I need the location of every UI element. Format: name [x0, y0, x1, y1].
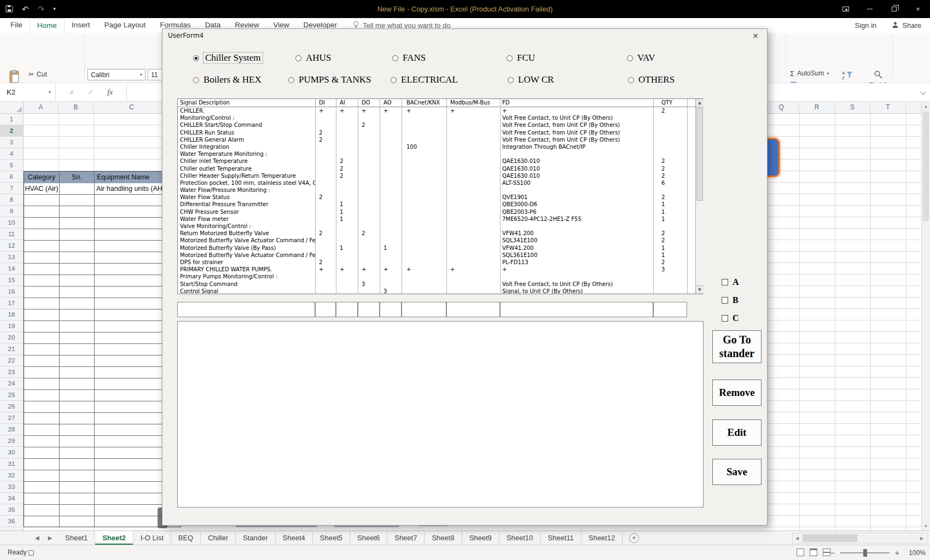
ribbon-tab-home[interactable]: Home: [30, 18, 65, 33]
row-header-28[interactable]: 28: [0, 424, 23, 435]
font-name-combo[interactable]: Calibri ▾: [88, 69, 146, 80]
sheet-tab-sheet10[interactable]: Sheet10: [499, 531, 540, 545]
row-header-33[interactable]: 33: [0, 481, 23, 493]
signal-table-row[interactable]: Control Signal3Signal, to Unit CP (By Ot…: [178, 288, 703, 294]
row-header-14[interactable]: 14: [0, 263, 23, 275]
sheet-tab-sheet11[interactable]: Sheet11: [540, 531, 581, 545]
sheet-tab-sheet1[interactable]: Sheet1: [58, 531, 95, 545]
signal-table-row[interactable]: Chiller inlet Temperature2QAE1630.0102: [178, 158, 703, 165]
row-header-4[interactable]: 4: [0, 148, 23, 160]
name-box[interactable]: K2 ▾: [0, 83, 56, 101]
horizontal-scrollbar[interactable]: ◀ ▶: [792, 533, 928, 544]
row-header-36[interactable]: 36: [0, 516, 23, 527]
checkbox-c[interactable]: C: [722, 314, 739, 323]
entry-box-2[interactable]: [336, 302, 358, 317]
restore-icon[interactable]: [882, 0, 906, 18]
customize-qat-icon[interactable]: ▾: [53, 7, 56, 11]
select-all-corner[interactable]: [0, 102, 24, 113]
row-header-11[interactable]: 11: [0, 229, 23, 240]
signal-table-row[interactable]: PRIMARY CHILLED WATER PUMPS.+++++++3: [178, 266, 703, 273]
undo-icon[interactable]: ↶: [22, 5, 29, 13]
enter-formula-icon[interactable]: ✓: [88, 88, 94, 96]
row-header-20[interactable]: 20: [0, 332, 23, 343]
row-header-17[interactable]: 17: [0, 298, 23, 309]
row-header-2[interactable]: 2: [0, 125, 23, 137]
cell-hvac-air[interactable]: HVAC (Air): [24, 183, 59, 195]
row-header-22[interactable]: 22: [0, 355, 23, 366]
signal-table-row[interactable]: CHILLER.+++++++2: [178, 107, 703, 114]
autosum-button[interactable]: Σ AutoSum ▾: [790, 68, 829, 79]
save-button[interactable]: Save: [712, 459, 762, 485]
entry-box-1[interactable]: [315, 302, 336, 317]
signal-table-row[interactable]: Monitoring/Control :Volt Free Contact, t…: [178, 114, 703, 121]
cancel-formula-icon[interactable]: ×: [69, 88, 74, 97]
row-header-27[interactable]: 27: [0, 412, 23, 424]
minimize-icon[interactable]: [858, 0, 882, 18]
next-sheet-icon[interactable]: ▶: [48, 535, 53, 541]
sheet-tab-sheet8[interactable]: Sheet8: [425, 531, 462, 545]
sheet-tab-stander[interactable]: Stander: [236, 531, 276, 545]
zoom-in-icon[interactable]: +: [895, 549, 899, 557]
column-header-b[interactable]: B: [59, 102, 94, 113]
scrollbar-thumb[interactable]: [923, 112, 929, 221]
signal-table-row[interactable]: Protection pocket, 100 mm, stainless ste…: [178, 179, 703, 186]
save-icon[interactable]: [5, 5, 13, 14]
row-header-21[interactable]: 21: [0, 343, 23, 355]
entry-box-6[interactable]: [446, 302, 500, 317]
zoom-slider[interactable]: [840, 552, 890, 553]
entry-box-4[interactable]: [380, 302, 402, 317]
insert-function-icon[interactable]: fx: [107, 88, 113, 97]
row-header-18[interactable]: 18: [0, 309, 23, 320]
column-header-s[interactable]: S: [835, 102, 870, 113]
signal-table-row[interactable]: Differential Pressure Transmitter1QBE300…: [178, 201, 703, 208]
entry-box-0[interactable]: [177, 302, 315, 317]
row-header-16[interactable]: 16: [0, 286, 23, 298]
sheet-tab-sheet12[interactable]: Sheet12: [582, 531, 623, 545]
go-to-stander-button[interactable]: Go To stander: [712, 330, 762, 363]
record-macro-icon[interactable]: [28, 550, 34, 556]
scroll-up-icon[interactable]: ▲: [696, 99, 704, 107]
sheet-tab-sheet4[interactable]: Sheet4: [276, 531, 313, 545]
redo-icon[interactable]: ↷: [38, 5, 45, 13]
column-header-q[interactable]: Q: [764, 102, 799, 113]
radio-ahus[interactable]: AHUS: [295, 53, 331, 63]
scroll-right-icon[interactable]: ▶: [917, 536, 926, 541]
sheet-tab-sheet2[interactable]: Sheet2: [95, 531, 133, 545]
signal-table-row[interactable]: CHW Pressure Sensor1QBE2003-P61: [178, 208, 703, 215]
expand-formula-bar-icon[interactable]: [921, 90, 926, 95]
scroll-left-icon[interactable]: ◀: [793, 536, 801, 541]
sheet-tab-beq[interactable]: BEQ: [171, 531, 201, 545]
signal-table-row[interactable]: Water Temperature Monitoring :: [178, 150, 703, 158]
result-listbox[interactable]: [177, 321, 704, 508]
row-header-8[interactable]: 8: [0, 194, 23, 206]
close-icon[interactable]: ×: [906, 0, 930, 18]
radio-boilers-hex[interactable]: Boilers & HEX: [193, 75, 261, 85]
row-header-3[interactable]: 3: [0, 137, 23, 148]
signal-table-row[interactable]: Valve Monitoring/Control :: [178, 223, 703, 230]
row-header-9[interactable]: 9: [0, 206, 23, 217]
row-header-12[interactable]: 12: [0, 240, 23, 252]
signal-table-row[interactable]: Chiller Header Supply/Return Temperature…: [178, 172, 703, 179]
entry-box-8[interactable]: [653, 302, 687, 317]
sheet-tab-sheet5[interactable]: Sheet5: [313, 531, 350, 545]
signal-table-row[interactable]: Water Flow meter17ME6520-4PC12-2HE1-Z F5…: [178, 215, 703, 223]
column-header-a[interactable]: A: [24, 102, 59, 113]
scrollbar-thumb[interactable]: [696, 108, 703, 201]
row-header-23[interactable]: 23: [0, 366, 23, 378]
dialog-close-icon[interactable]: ×: [748, 31, 763, 40]
radio-others[interactable]: OTHERS: [628, 75, 675, 85]
row-header-1[interactable]: 1: [0, 114, 23, 125]
radio-chiller-system[interactable]: Chiller System: [193, 53, 263, 63]
signal-table-row[interactable]: Primary Pumps Monitoring/Control :: [178, 273, 703, 280]
signal-table-row[interactable]: Start/Stop Command3Volt Free Contact, to…: [178, 281, 703, 288]
radio-electrical[interactable]: ELECTRICAL: [391, 75, 458, 85]
signal-table-row[interactable]: Motorized Butterfly Valve (By Pass)11VFW…: [178, 244, 703, 252]
entry-box-7[interactable]: [500, 302, 653, 317]
row-header-10[interactable]: 10: [0, 217, 23, 229]
ribbon-tab-insert[interactable]: Insert: [65, 18, 97, 33]
signal-table-row[interactable]: Water Flow Status2QVE19012: [178, 194, 703, 201]
entry-box-5[interactable]: [402, 302, 446, 317]
radio-fans[interactable]: FANS: [392, 53, 426, 63]
radio-low-cr[interactable]: LOW CR: [508, 75, 554, 85]
scroll-up-icon[interactable]: ▲: [922, 102, 930, 110]
